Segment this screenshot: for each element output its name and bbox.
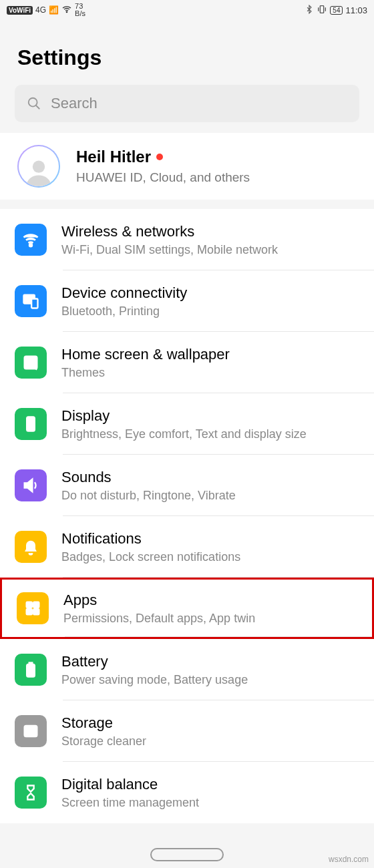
item-title: Display bbox=[61, 407, 363, 425]
item-sub: Themes bbox=[61, 366, 363, 380]
svg-point-2 bbox=[29, 98, 37, 107]
item-title: Notifications bbox=[61, 530, 363, 548]
svg-rect-1 bbox=[321, 5, 324, 13]
item-title: Sounds bbox=[61, 469, 363, 486]
account-name: Heil Hitler bbox=[76, 148, 361, 166]
item-sub: Permissions, Default apps, App twin bbox=[63, 612, 361, 626]
item-sub: Storage cleaner bbox=[61, 734, 363, 748]
battery-icon bbox=[15, 654, 47, 686]
account-sub: HUAWEI ID, Cloud, and others bbox=[76, 170, 361, 185]
svg-point-4 bbox=[33, 161, 45, 173]
item-sub: Power saving mode, Battery usage bbox=[61, 673, 363, 687]
item-sub: Brightness, Eye comfort, Text and displa… bbox=[61, 427, 363, 441]
hourglass-icon bbox=[15, 777, 47, 809]
data-speed: 73B/s bbox=[75, 3, 85, 17]
notification-dot bbox=[156, 154, 163, 160]
svg-point-5 bbox=[29, 244, 32, 246]
svg-rect-10 bbox=[27, 417, 35, 431]
clock: 11:03 bbox=[345, 5, 367, 15]
devices-icon bbox=[15, 285, 47, 317]
item-sub: Screen time management bbox=[61, 796, 363, 810]
apps-icon bbox=[17, 592, 49, 624]
watermark: wsxdn.com bbox=[329, 855, 369, 864]
wifi-icon bbox=[15, 224, 47, 256]
settings-item-devices[interactable]: Device connectivityBluetooth, Printing bbox=[0, 270, 374, 332]
item-title: Battery bbox=[61, 653, 363, 670]
settings-item-home[interactable]: Home screen & wallpaperThemes bbox=[0, 332, 374, 393]
settings-item-display[interactable]: DisplayBrightness, Eye comfort, Text and… bbox=[0, 393, 374, 455]
search-icon bbox=[27, 96, 41, 111]
bell-icon bbox=[15, 531, 47, 563]
search-placeholder: Search bbox=[51, 95, 98, 112]
svg-rect-11 bbox=[27, 602, 32, 608]
account-row[interactable]: Heil Hitler HUAWEI ID, Cloud, and others bbox=[0, 133, 374, 200]
settings-item-wifi[interactable]: Wireless & networksWi-Fi, Dual SIM setti… bbox=[0, 209, 374, 270]
signal-icon: 📶 bbox=[49, 5, 59, 15]
nav-pill[interactable] bbox=[150, 848, 224, 861]
status-bar: VoWiFi 4G 📶 73B/s 54 11:03 bbox=[0, 0, 374, 20]
home-icon bbox=[15, 347, 47, 379]
settings-item-battery[interactable]: BatteryPower saving mode, Battery usage bbox=[0, 639, 374, 700]
settings-item-apps[interactable]: AppsPermissions, Default apps, App twin bbox=[0, 578, 374, 639]
svg-rect-16 bbox=[29, 663, 33, 666]
item-sub: Badges, Lock screen notifications bbox=[61, 550, 363, 564]
svg-rect-14 bbox=[33, 609, 39, 614]
item-title: Digital balance bbox=[61, 776, 363, 793]
search-input[interactable]: Search bbox=[15, 85, 359, 122]
item-sub: Do not disturb, Ringtone, Vibrate bbox=[61, 489, 363, 503]
item-sub: Wi-Fi, Dual SIM settings, Mobile network bbox=[61, 243, 363, 257]
sound-icon bbox=[15, 469, 47, 501]
settings-item-sound[interactable]: SoundsDo not disturb, Ringtone, Vibrate bbox=[0, 455, 374, 516]
svg-rect-17 bbox=[25, 726, 37, 736]
item-title: Home screen & wallpaper bbox=[61, 346, 363, 363]
storage-icon bbox=[15, 715, 47, 747]
settings-item-storage[interactable]: StorageStorage cleaner bbox=[0, 700, 374, 762]
settings-item-hourglass[interactable]: Digital balanceScreen time management bbox=[0, 762, 374, 823]
wifi-icon bbox=[61, 4, 72, 17]
network-indicator: 4G bbox=[35, 5, 46, 15]
item-title: Device connectivity bbox=[61, 284, 363, 302]
battery-indicator: 54 bbox=[330, 6, 343, 15]
vowifi-badge: VoWiFi bbox=[7, 6, 33, 15]
avatar bbox=[17, 145, 60, 188]
svg-line-3 bbox=[36, 105, 40, 110]
svg-rect-8 bbox=[25, 357, 37, 369]
item-title: Storage bbox=[61, 714, 363, 732]
item-title: Wireless & networks bbox=[61, 223, 363, 240]
vibrate-icon bbox=[317, 4, 327, 17]
svg-point-9 bbox=[27, 359, 30, 362]
bluetooth-icon bbox=[305, 5, 314, 16]
display-icon bbox=[15, 408, 47, 440]
svg-rect-12 bbox=[33, 602, 39, 608]
settings-item-bell[interactable]: NotificationsBadges, Lock screen notific… bbox=[0, 516, 374, 578]
page-title: Settings bbox=[0, 20, 374, 85]
svg-point-0 bbox=[66, 11, 67, 12]
settings-list: Wireless & networksWi-Fi, Dual SIM setti… bbox=[0, 209, 374, 823]
svg-rect-13 bbox=[27, 609, 32, 614]
item-sub: Bluetooth, Printing bbox=[61, 304, 363, 318]
item-title: Apps bbox=[63, 592, 361, 609]
svg-rect-7 bbox=[31, 299, 37, 308]
